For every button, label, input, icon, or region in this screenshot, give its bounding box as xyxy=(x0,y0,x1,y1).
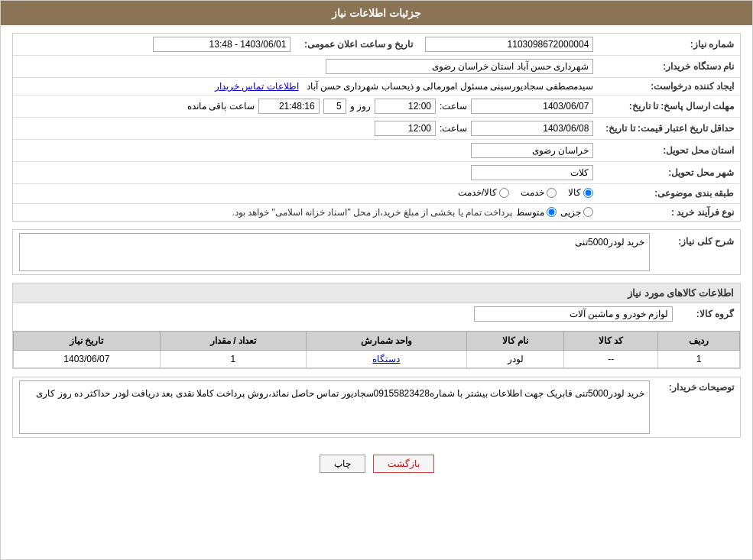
shimare-niaz-box: 1103098672000004 xyxy=(425,37,593,52)
sharh-table: شرح کلی نیاز: خرید لودر5000تنی xyxy=(13,230,740,274)
row-ijad: ایجاد کننده درخواست: سیدمصطفی سجادیورسین… xyxy=(13,78,740,95)
tabaqe-kala-khedmat-radio[interactable] xyxy=(499,188,509,198)
row-mohlat: مهلت ارسال پاسخ: تا تاریخ: 1403/06/07 سا… xyxy=(13,95,740,118)
row-shimare-tarikh: شماره نیاز: 1103098672000004 تاریخ و ساع… xyxy=(13,34,740,56)
tabaqe-kala-radio[interactable] xyxy=(583,188,593,198)
page-header: جزئیات اطلاعات نیاز xyxy=(1,1,752,25)
col-name: نام کالا xyxy=(466,331,564,350)
print-button[interactable]: چاپ xyxy=(320,455,365,473)
hadaq-row: 1403/06/08 ساعت: 12:00 xyxy=(19,121,593,136)
mohlat-value: 1403/06/07 ساعت: 12:00 روز و 5 21:48:16 … xyxy=(13,95,599,118)
tarikh-elan-box: 1403/06/01 - 13:48 xyxy=(153,37,290,52)
mohlat-saat-label: ساعت: xyxy=(440,101,467,112)
hadaq-saat-label: ساعت: xyxy=(440,123,467,134)
cell-tarikh: 1403/06/07 xyxy=(14,350,161,367)
ijad-label: ایجاد کننده درخواست: xyxy=(599,78,740,95)
col-tedad: تعداد / مقدار xyxy=(160,331,306,350)
hadaq-value: 1403/06/08 ساعت: 12:00 xyxy=(13,118,599,140)
shahr-label: شهر محل تحویل: xyxy=(599,162,740,184)
cell-radif: 1 xyxy=(658,350,740,367)
farayand-desc: پرداخت تمام یا بخشی از مبلغ خرید،از محل … xyxy=(232,207,512,218)
kalaha-section: اطلاعات کالاهای مورد نیاز گروه کالا: لوا… xyxy=(12,283,741,369)
goroh-row: گروه کالا: لوازم خودرو و ماشین آلات xyxy=(13,303,740,325)
mohlat-date-box: 1403/06/07 xyxy=(471,99,593,114)
sharh-row: شرح کلی نیاز: خرید لودر5000تنی xyxy=(13,230,740,274)
farayand-mootavaset-radio[interactable] xyxy=(547,207,557,217)
dastgah-box: شهرداری حسن آباد استان خراسان رضوی xyxy=(326,59,593,74)
mohlat-row: 1403/06/07 ساعت: 12:00 روز و 5 21:48:16 … xyxy=(19,99,593,114)
tarikh-elan-value: 1403/06/01 - 13:48 xyxy=(13,34,297,56)
goroh-value: لوازم خودرو و ماشین آلات xyxy=(13,303,679,325)
farayand-jozi-radio[interactable] xyxy=(583,207,593,217)
goroh-box: لوازم خودرو و ماشین آلات xyxy=(474,306,673,322)
table-row: 1 -- لودر دستگاه 1 1403/06/07 xyxy=(14,350,740,367)
dastgah-value: شهرداری حسن آباد استان خراسان رضوی xyxy=(13,56,599,78)
info-section: شماره نیاز: 1103098672000004 تاریخ و ساع… xyxy=(12,33,741,222)
sharh-section: شرح کلی نیاز: خرید لودر5000تنی xyxy=(12,229,741,275)
tosif-text: خرید لودر5000تنی قابریک جهت اطلاعات بیشت… xyxy=(36,388,644,399)
shahr-value: کلات xyxy=(13,162,599,184)
kala-table-body: 1 -- لودر دستگاه 1 1403/06/07 xyxy=(14,350,740,367)
mohlat-mande-label: ساعت باقی مانده xyxy=(187,101,255,112)
mohlat-label: مهلت ارسال پاسخ: تا تاریخ: xyxy=(599,95,740,118)
hadaq-date-box: 1403/06/08 xyxy=(471,121,593,136)
tosif-table: توصیحات خریدار: خرید لودر5000تنی قابریک … xyxy=(13,377,740,437)
vahed-link[interactable]: دستگاه xyxy=(372,354,400,364)
farayand-row: جزیی متوسط پرداخت تمام یا بخشی از مبلغ خ… xyxy=(19,207,593,218)
cell-kod: -- xyxy=(564,350,658,367)
farayand-jozi-item: جزیی xyxy=(560,207,593,218)
kala-table: ردیف کد کالا نام کالا واحد شمارش تعداد /… xyxy=(13,331,740,368)
ostan-value: خراسان رضوی xyxy=(13,140,599,162)
cell-tedad: 1 xyxy=(160,350,306,367)
row-hadaq: حداقل تاریخ اعتبار قیمت: تا تاریخ: 1403/… xyxy=(13,118,740,140)
farayand-label: نوع فرآیند خرید : xyxy=(599,203,740,221)
tabaqe-khedmat-radio[interactable] xyxy=(547,188,557,198)
goroh-label: گروه کالا: xyxy=(679,303,740,325)
tosif-value: خرید لودر5000تنی قابریک جهت اطلاعات بیشت… xyxy=(13,377,656,437)
shahr-box: کلات xyxy=(471,165,593,180)
sharh-label: شرح کلی نیاز: xyxy=(656,230,740,274)
farayand-value: جزیی متوسط پرداخت تمام یا بخشی از مبلغ خ… xyxy=(13,203,599,221)
back-button[interactable]: بازگشت xyxy=(373,455,434,473)
info-table: شماره نیاز: 1103098672000004 تاریخ و ساع… xyxy=(13,34,740,221)
col-kod: کد کالا xyxy=(564,331,658,350)
hadaq-saat-box: 12:00 xyxy=(375,121,436,136)
row-tabaqe: طبقه بندی موضوعی: کالا خدمت xyxy=(13,184,740,204)
cell-name: لودر xyxy=(466,350,564,367)
tabaqe-kala-khedmat-label: کالا/خدمت xyxy=(458,187,497,198)
hadaq-label: حداقل تاریخ اعتبار قیمت: تا تاریخ: xyxy=(599,118,740,140)
mohlat-rooz-label: روز و xyxy=(350,101,371,112)
ijad-text: سیدمصطفی سجادیورسینی مسئول امورمالی و ذی… xyxy=(307,81,594,92)
tosif-label: توصیحات خریدار: xyxy=(656,377,740,437)
farayand-jozi-label: جزیی xyxy=(560,207,581,218)
tosif-row: توصیحات خریدار: خرید لودر5000تنی قابریک … xyxy=(13,377,740,437)
col-radif: ردیف xyxy=(658,331,740,350)
kala-header-row: ردیف کد کالا نام کالا واحد شمارش تعداد /… xyxy=(14,331,740,350)
mohlat-rooz-box: 5 xyxy=(323,99,346,114)
row-ostan: استان محل تحویل: خراسان رضوی xyxy=(13,140,740,162)
ijad-value: سیدمصطفی سجادیورسینی مسئول امورمالی و ذی… xyxy=(13,78,599,95)
ostan-box: خراسان رضوی xyxy=(471,143,593,158)
button-bar: بازگشت چاپ xyxy=(12,445,741,482)
tabaqe-kala-item: کالا xyxy=(568,187,593,198)
tosif-section: توصیحات خریدار: خرید لودر5000تنی قابریک … xyxy=(12,377,741,438)
kalaha-title: اطلاعات کالاهای مورد نیاز xyxy=(13,283,740,303)
ostan-label: استان محل تحویل: xyxy=(599,140,740,162)
ijad-link[interactable]: اطلاعات تماس خریدار xyxy=(215,81,299,92)
kala-table-head: ردیف کد کالا نام کالا واحد شمارش تعداد /… xyxy=(14,331,740,350)
page-container: جزئیات اطلاعات نیاز شماره نیاز: 11030986… xyxy=(0,0,753,560)
main-content: شماره نیاز: 1103098672000004 تاریخ و ساع… xyxy=(1,25,752,490)
tabaqe-radio-group: کالا خدمت کالا/خدمت xyxy=(458,187,593,198)
tabaqe-khedmat-label: خدمت xyxy=(521,187,544,198)
dastgah-label: نام دستگاه خریدار: xyxy=(599,56,740,78)
col-vahed: واحد شمارش xyxy=(307,331,467,350)
tabaqe-kala-label: کالا xyxy=(568,187,581,198)
tosif-box: خرید لودر5000تنی قابریک جهت اطلاعات بیشت… xyxy=(19,380,650,434)
tabaqe-value: کالا خدمت کالا/خدمت xyxy=(13,184,599,204)
sharh-value: خرید لودر5000تنی xyxy=(13,230,656,274)
shimare-niaz-label: شماره نیاز: xyxy=(599,34,740,56)
page-title: جزئیات اطلاعات نیاز xyxy=(332,7,421,19)
row-dastgah: نام دستگاه خریدار: شهرداری حسن آباد استا… xyxy=(13,56,740,78)
cell-vahed: دستگاه xyxy=(307,350,467,367)
farayand-mootavaset-item: متوسط xyxy=(516,207,557,218)
